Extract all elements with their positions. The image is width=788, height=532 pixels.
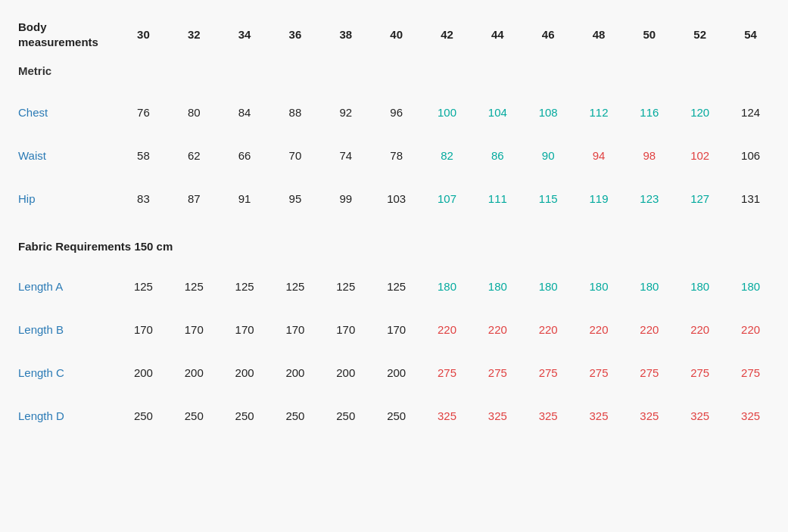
spacer-2 [12, 126, 776, 142]
spacer-4 [12, 213, 776, 228]
la-val-54: 180 [725, 272, 776, 300]
lc-val-30: 200 [118, 359, 169, 387]
chest-row: Chest 76 80 84 88 92 96 100 104 108 112 … [12, 98, 776, 126]
size-48: 48 [574, 12, 624, 57]
la-val-40: 125 [371, 272, 422, 300]
lc-val-32: 200 [169, 359, 220, 387]
ld-val-52: 325 [674, 402, 725, 430]
spacer-3 [12, 170, 776, 185]
hip-val-44: 111 [472, 185, 523, 213]
length-c-label: Length C [12, 359, 118, 387]
ld-val-30: 250 [118, 402, 169, 430]
waist-label: Waist [12, 142, 118, 170]
ld-val-34: 250 [220, 402, 270, 430]
lc-val-44: 275 [472, 359, 523, 387]
hip-val-46: 115 [523, 185, 574, 213]
hip-val-30: 83 [118, 185, 169, 213]
chest-val-46: 108 [523, 98, 574, 126]
size-54: 54 [725, 12, 776, 57]
chest-val-44: 104 [472, 98, 523, 126]
lb-val-42: 220 [422, 316, 472, 344]
chest-val-32: 80 [169, 98, 220, 126]
ld-val-44: 325 [472, 402, 523, 430]
la-val-52: 180 [674, 272, 725, 300]
lc-val-48: 275 [574, 359, 624, 387]
waist-val-46: 90 [523, 142, 574, 170]
chest-val-48: 112 [574, 98, 624, 126]
chest-val-42: 100 [422, 98, 472, 126]
chest-val-38: 92 [320, 98, 371, 126]
la-val-36: 125 [270, 272, 321, 300]
length-a-row: Length A 125 125 125 125 125 125 180 180… [12, 272, 776, 300]
spacer-6 [12, 300, 776, 316]
ld-val-38: 250 [320, 402, 371, 430]
size-38: 38 [320, 12, 371, 57]
chest-val-30: 76 [118, 98, 169, 126]
chest-val-52: 120 [674, 98, 725, 126]
hip-val-40: 103 [371, 185, 422, 213]
lc-val-40: 200 [371, 359, 422, 387]
waist-val-36: 70 [270, 142, 321, 170]
lc-val-36: 200 [270, 359, 321, 387]
size-46: 46 [523, 12, 574, 57]
lc-val-46: 275 [523, 359, 574, 387]
lb-val-32: 170 [169, 316, 220, 344]
length-b-row: Length B 170 170 170 170 170 170 220 220… [12, 316, 776, 344]
spacer-5 [12, 257, 776, 272]
chest-val-54: 124 [725, 98, 776, 126]
la-val-30: 125 [118, 272, 169, 300]
lb-val-38: 170 [320, 316, 371, 344]
header-row: Body measurements 30 32 34 36 38 40 42 4… [12, 12, 776, 57]
lb-val-36: 170 [270, 316, 321, 344]
la-val-32: 125 [169, 272, 220, 300]
lc-val-50: 275 [624, 359, 674, 387]
waist-val-38: 74 [320, 142, 371, 170]
hip-val-54: 131 [725, 185, 776, 213]
ld-val-32: 250 [169, 402, 220, 430]
size-42: 42 [422, 12, 472, 57]
waist-val-48: 94 [574, 142, 624, 170]
lb-val-54: 220 [725, 316, 776, 344]
lb-val-46: 220 [523, 316, 574, 344]
la-val-46: 180 [523, 272, 574, 300]
hip-val-38: 99 [320, 185, 371, 213]
waist-val-50: 98 [624, 142, 674, 170]
la-val-34: 125 [220, 272, 270, 300]
measurements-table-wrapper: Body measurements 30 32 34 36 38 40 42 4… [12, 12, 776, 430]
fabric-requirements-header: Fabric Requirements 150 cm [12, 228, 776, 257]
hip-val-34: 91 [220, 185, 270, 213]
size-34: 34 [220, 12, 270, 57]
length-b-label: Length B [12, 316, 118, 344]
ld-val-50: 325 [624, 402, 674, 430]
la-val-42: 180 [422, 272, 472, 300]
waist-val-32: 62 [169, 142, 220, 170]
chest-val-40: 96 [371, 98, 422, 126]
ld-val-36: 250 [270, 402, 321, 430]
size-30: 30 [118, 12, 169, 57]
metric-label: Metric [12, 57, 118, 83]
lb-val-30: 170 [118, 316, 169, 344]
chest-val-34: 84 [220, 98, 270, 126]
waist-val-54: 106 [725, 142, 776, 170]
waist-val-34: 66 [220, 142, 270, 170]
hip-val-36: 95 [270, 185, 321, 213]
length-a-label: Length A [12, 272, 118, 300]
ld-val-46: 325 [523, 402, 574, 430]
ld-val-40: 250 [371, 402, 422, 430]
spacer-7 [12, 344, 776, 359]
size-36: 36 [270, 12, 321, 57]
lc-val-42: 275 [422, 359, 472, 387]
lb-val-44: 220 [472, 316, 523, 344]
lc-val-54: 275 [725, 359, 776, 387]
ld-val-48: 325 [574, 402, 624, 430]
lb-val-48: 220 [574, 316, 624, 344]
table-title: Body measurements [12, 12, 118, 57]
chest-label: Chest [12, 98, 118, 126]
metric-row: Metric [12, 57, 776, 83]
lb-val-34: 170 [220, 316, 270, 344]
size-52: 52 [674, 12, 725, 57]
chest-val-36: 88 [270, 98, 321, 126]
hip-val-32: 87 [169, 185, 220, 213]
waist-val-52: 102 [674, 142, 725, 170]
ld-val-42: 325 [422, 402, 472, 430]
